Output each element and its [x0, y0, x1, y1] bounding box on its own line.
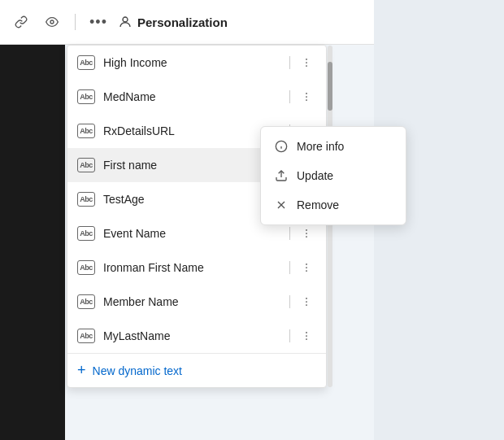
item-divider	[289, 56, 290, 69]
more-button[interactable]	[297, 258, 316, 277]
list-item[interactable]: AbcMedName	[67, 80, 326, 114]
svg-point-7	[306, 99, 307, 101]
item-actions	[286, 53, 316, 72]
item-actions	[286, 258, 316, 277]
svg-point-6	[306, 96, 307, 98]
svg-point-24	[306, 298, 307, 299]
svg-point-27	[306, 332, 307, 333]
more-button[interactable]	[297, 326, 316, 346]
abc-icon: Abc	[77, 89, 95, 104]
svg-point-18	[306, 229, 307, 231]
svg-point-0	[50, 20, 54, 24]
item-label: TestAge	[103, 193, 286, 206]
scroll-thumb[interactable]	[328, 62, 332, 111]
more-button[interactable]	[297, 224, 316, 243]
item-divider	[289, 329, 290, 342]
item-divider	[289, 295, 290, 308]
abc-icon: Abc	[77, 158, 95, 172]
item-label: Event Name	[103, 227, 286, 240]
svg-point-25	[306, 301, 307, 303]
link-icon[interactable]	[10, 11, 33, 33]
toolbar: ••• Personalization	[0, 0, 374, 45]
context-menu-label-remove: Remove	[297, 198, 339, 211]
toolbar-divider	[75, 14, 76, 30]
more-button[interactable]	[297, 87, 316, 107]
svg-point-21	[306, 264, 307, 265]
more-button[interactable]	[297, 292, 316, 311]
context-menu: More infoUpdateRemove	[260, 126, 406, 225]
svg-point-1	[123, 17, 128, 22]
toolbar-title: Personalization	[137, 15, 228, 29]
svg-point-4	[306, 65, 307, 67]
info-icon	[274, 139, 289, 154]
context-menu-item-more-info[interactable]: More info	[261, 132, 406, 161]
context-menu-item-update[interactable]: Update	[261, 161, 406, 190]
background-photo	[0, 0, 65, 440]
svg-point-5	[306, 93, 307, 94]
item-actions	[286, 292, 316, 311]
list-item[interactable]: AbcHigh Income	[67, 46, 326, 80]
item-actions	[286, 326, 316, 346]
svg-point-3	[306, 62, 307, 63]
item-actions	[286, 224, 316, 243]
svg-point-28	[306, 335, 307, 337]
svg-point-20	[306, 236, 307, 237]
svg-point-2	[306, 59, 307, 60]
item-label: Member Name	[103, 295, 286, 308]
add-new-label: New dynamic text	[93, 364, 182, 377]
toolbar-title-area: Personalization	[118, 15, 228, 29]
item-actions	[286, 87, 316, 107]
context-menu-label-update: Update	[297, 169, 333, 182]
plus-icon: +	[77, 362, 86, 379]
context-menu-label-more-info: More info	[297, 140, 344, 153]
item-divider	[289, 261, 290, 274]
item-label: MedName	[103, 90, 286, 103]
item-label: RxDetailsURL	[103, 124, 286, 137]
add-new-row[interactable]: + New dynamic text	[67, 353, 326, 387]
svg-point-22	[306, 267, 307, 268]
context-menu-item-remove[interactable]: Remove	[261, 190, 406, 220]
item-label: First name	[103, 159, 267, 172]
item-divider	[289, 90, 290, 103]
list-item[interactable]: AbcMember Name	[67, 285, 326, 319]
svg-point-26	[306, 304, 307, 306]
upload-icon	[274, 168, 289, 183]
abc-icon: Abc	[77, 192, 95, 207]
svg-point-29	[306, 338, 307, 340]
abc-icon: Abc	[77, 55, 95, 70]
item-divider	[289, 227, 290, 240]
abc-icon: Abc	[77, 226, 95, 241]
list-item[interactable]: AbcMyLastName	[67, 319, 326, 353]
svg-point-19	[306, 233, 307, 234]
abc-icon: Abc	[77, 124, 95, 138]
more-options-icon[interactable]: •••	[87, 11, 110, 33]
person-icon	[118, 15, 133, 29]
item-label: Ironman First Name	[103, 261, 286, 274]
item-label: MyLastName	[103, 329, 286, 342]
abc-icon: Abc	[77, 329, 95, 343]
item-label: High Income	[103, 56, 286, 69]
svg-point-23	[306, 270, 307, 272]
abc-icon: Abc	[77, 260, 95, 275]
eye-icon[interactable]	[41, 11, 63, 33]
more-button[interactable]	[297, 53, 316, 72]
list-item[interactable]: AbcIronman First Name	[67, 250, 326, 285]
abc-icon: Abc	[77, 294, 95, 309]
x-icon	[274, 198, 289, 212]
